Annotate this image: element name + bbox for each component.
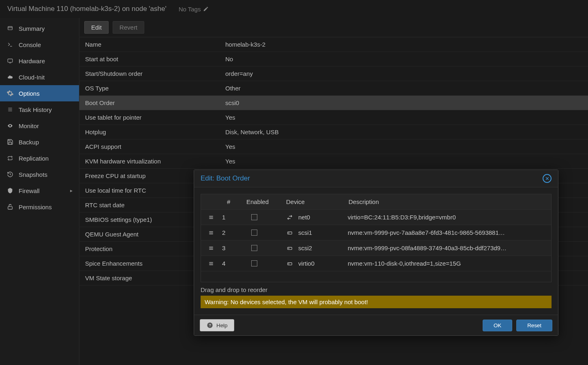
sidebar-item-console[interactable]: Console: [0, 36, 79, 53]
option-value: Other: [225, 85, 588, 92]
boot-order-row[interactable]: 1net0virtio=BC:24:11:B5:D3:F9,bridge=vmb…: [201, 210, 551, 225]
device-description: nvme:vm-9999-pvc-08fa4889-3749-40a3-85cb…: [343, 245, 551, 251]
network-icon: [286, 215, 293, 220]
option-row[interactable]: Namehomelab-k3s-2: [79, 37, 588, 52]
disk-icon: [286, 245, 293, 251]
svg-rect-5: [288, 247, 292, 249]
disk-icon: [286, 261, 293, 266]
drag-handle-icon[interactable]: [201, 245, 221, 251]
reset-button[interactable]: Reset: [516, 320, 552, 331]
sidebar-item-permissions[interactable]: Permissions: [0, 199, 79, 215]
pencil-icon: [203, 6, 209, 12]
row-number: 3: [221, 245, 242, 251]
list-icon: [6, 107, 14, 112]
shield-icon: [6, 187, 14, 194]
sidebar-item-snapshots[interactable]: Snapshots: [0, 166, 79, 182]
device-name: virtio0: [298, 260, 314, 267]
close-icon[interactable]: ✕: [543, 174, 552, 183]
enabled-checkbox[interactable]: [251, 214, 257, 220]
option-value: Disk, Network, USB: [225, 129, 588, 135]
option-value: Yes: [225, 143, 588, 150]
option-value: No: [225, 56, 588, 62]
summary-icon: [6, 26, 14, 31]
enabled-checkbox[interactable]: [251, 245, 257, 251]
boot-order-row[interactable]: 4virtio0nvme:vm-110-disk-0,iothread=1,si…: [201, 256, 551, 271]
unlock-icon: [6, 203, 14, 210]
row-number: 2: [221, 229, 242, 236]
option-key: Use tablet for pointer: [79, 114, 225, 121]
sidebar-item-cloud-init[interactable]: Cloud-Init: [0, 69, 79, 85]
option-key: Start at boot: [79, 56, 225, 62]
page-title: Virtual Machine 110 (homelab-k3s-2) on n…: [7, 5, 167, 13]
edit-button[interactable]: Edit: [84, 21, 109, 34]
drag-handle-icon[interactable]: [201, 261, 221, 266]
option-value: homelab-k3s-2: [225, 41, 588, 48]
gear-icon: [6, 90, 14, 97]
sidebar-item-firewall[interactable]: Firewall▸: [0, 182, 79, 199]
sidebar: SummaryConsoleHardwareCloud-InitOptionsT…: [0, 18, 79, 365]
revert-button[interactable]: Revert: [113, 21, 144, 34]
svg-rect-2: [8, 206, 13, 209]
option-key: ACPI support: [79, 143, 225, 150]
svg-text:?: ?: [209, 323, 211, 327]
col-description[interactable]: Description: [343, 198, 551, 205]
table-header-row: # Enabled Device Description: [201, 194, 551, 210]
boot-order-row[interactable]: 2scsi1nvme:vm-9999-pvc-7aa8a8e7-6fd3-481…: [201, 225, 551, 240]
sidebar-item-options[interactable]: Options: [0, 85, 79, 101]
col-enabled[interactable]: Enabled: [242, 198, 283, 205]
option-row[interactable]: ACPI supportYes: [79, 140, 588, 154]
sidebar-item-monitor[interactable]: Monitor: [0, 118, 79, 134]
sidebar-item-backup[interactable]: Backup: [0, 134, 79, 150]
drag-handle-icon[interactable]: [201, 230, 221, 236]
drag-handle-icon[interactable]: [201, 215, 221, 220]
option-key: Boot Order: [79, 99, 225, 106]
sidebar-item-label: Options: [19, 90, 40, 97]
svg-point-6: [289, 248, 289, 249]
console-icon: [6, 42, 14, 47]
history-icon: [6, 171, 14, 178]
option-row[interactable]: OS TypeOther: [79, 81, 588, 96]
sidebar-item-replication[interactable]: Replication: [0, 150, 79, 166]
option-value: Yes: [225, 114, 588, 121]
boot-order-row[interactable]: 3scsi2nvme:vm-9999-pvc-08fa4889-3749-40a…: [201, 240, 551, 256]
warning-banner: Warning: No devices selected, the VM wil…: [201, 296, 552, 308]
option-row[interactable]: Start at bootNo: [79, 52, 588, 67]
sidebar-item-task-history[interactable]: Task History: [0, 101, 79, 118]
row-number: 1: [221, 214, 242, 221]
help-label: Help: [216, 322, 227, 328]
enabled-checkbox[interactable]: [251, 260, 257, 266]
option-row[interactable]: Use tablet for pointerYes: [79, 110, 588, 125]
option-value: scsi0: [225, 99, 588, 106]
option-key: OS Type: [79, 85, 225, 92]
option-key: Hotplug: [79, 129, 225, 135]
question-icon: ?: [207, 322, 213, 328]
cloud-icon: [6, 74, 14, 80]
option-value: Yes: [225, 158, 588, 165]
device-name: net0: [298, 214, 310, 221]
boot-order-table: # Enabled Device Description 1net0virtio…: [201, 194, 552, 282]
svg-point-4: [289, 233, 289, 233]
col-device[interactable]: Device: [283, 198, 343, 205]
option-row[interactable]: KVM hardware virtualizationYes: [79, 154, 588, 169]
hardware-icon: [6, 58, 14, 64]
ok-button[interactable]: OK: [483, 320, 512, 331]
help-button[interactable]: ? Help: [200, 319, 234, 331]
sidebar-item-hardware[interactable]: Hardware: [0, 53, 79, 69]
enabled-checkbox[interactable]: [251, 230, 257, 236]
chevron-right-icon: ▸: [70, 188, 73, 193]
option-row[interactable]: HotplugDisk, Network, USB: [79, 125, 588, 140]
replicate-icon: [6, 155, 14, 161]
sidebar-item-label: Monitor: [19, 122, 39, 129]
option-key: Start/Shutdown order: [79, 70, 225, 77]
sidebar-item-label: Firewall: [19, 187, 40, 194]
option-row[interactable]: Boot Orderscsi0: [79, 96, 588, 110]
no-tags-label: No Tags: [179, 6, 201, 13]
row-number: 4: [221, 260, 242, 267]
disk-icon: [286, 230, 293, 236]
sidebar-item-summary[interactable]: Summary: [0, 20, 79, 36]
tags-area[interactable]: No Tags: [179, 6, 209, 13]
sidebar-item-label: Hardware: [19, 58, 45, 64]
col-number[interactable]: #: [221, 198, 242, 205]
option-row[interactable]: Start/Shutdown orderorder=any: [79, 67, 588, 81]
sidebar-item-label: Summary: [19, 25, 45, 32]
